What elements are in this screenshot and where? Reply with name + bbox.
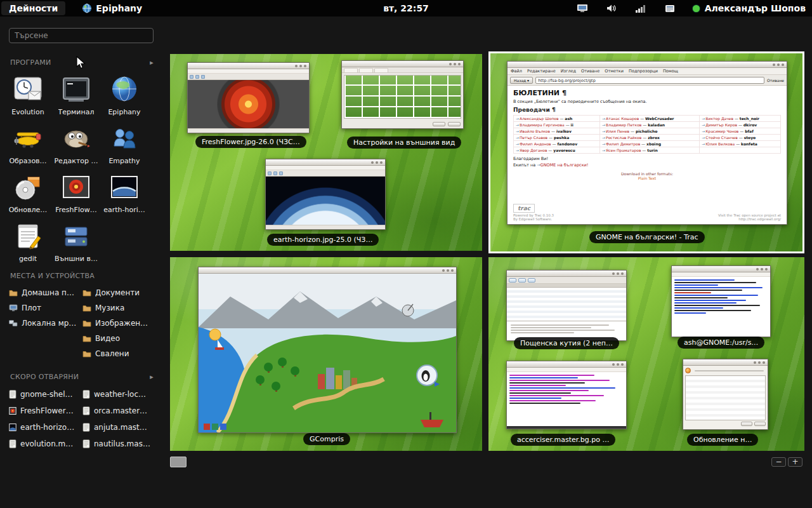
place-item-music[interactable]: Музика [82,300,156,316]
display-icon[interactable] [576,3,589,13]
search-input[interactable] [9,28,154,43]
network-signal-icon[interactable] [634,3,647,13]
document-icon [82,439,90,448]
workspace-1[interactable]: FreshFlower.jpg-26.0 (ЧЗС… Настройки на … [170,54,482,251]
window-label-earth: earth-horizon.jpg-25.0 (ЧЗ… [267,234,379,246]
gcompris-content [199,274,456,432]
app-label: Empathy [108,157,140,165]
recent-item-freshflower[interactable]: FreshFlower… [9,403,82,419]
folder-icon [82,304,91,312]
app-label: Редактор … [54,157,98,165]
desktop-icon [9,304,18,312]
volume-icon[interactable] [605,3,618,13]
activities-button[interactable]: Дейности [1,1,65,15]
gnome-shell-overview: { "top_bar": { "activities_label": "Дейн… [0,0,812,508]
window-mailbox[interactable] [506,270,627,341]
app-label: Външни в… [55,255,98,263]
app-menu[interactable]: Epiphany [82,3,142,13]
network-icon [9,319,18,327]
app-item-empathy[interactable]: Empathy [100,122,148,165]
app-item-gedit[interactable]: gedit [4,220,52,263]
window-trac-browser[interactable]: ФайлРедактиранеИзгледОтиванеОтметкиПодпр… [507,61,787,225]
gedit-icon [11,220,44,253]
terminal-text [672,277,770,337]
window-buttons-icon [621,363,624,366]
recent-item-gnome-shell[interactable]: gnome-shel… [9,386,82,403]
earth-content [266,166,385,229]
recent-label: weather-loc… [94,390,146,399]
window-titlebar [672,266,770,272]
team-line: Екипът на GNOME на български! [513,163,781,168]
folder-icon [82,289,91,297]
recent-item-anjuta[interactable]: anjuta.mast… [82,419,156,436]
window-titlebar [683,359,768,366]
remove-workspace-button[interactable]: − [771,457,786,467]
browser-menubar: ФайлРедактиранеИзгледОтиванеОтметкиПодпр… [508,68,787,75]
window-updates[interactable] [683,359,768,430]
po-editor-content [507,368,626,429]
app-item-updates[interactable]: Обновле… [4,171,52,214]
window-terminal[interactable] [671,265,771,337]
download-block: Download in other formats: Plain Text [513,171,781,180]
workspace-2-active[interactable]: ФайлРедактиранеИзгледОтиванеОтметкиПодпр… [488,51,804,253]
recent-item-weather[interactable]: weather-loc… [82,386,156,403]
document-icon [82,390,90,399]
app-item-terminal[interactable]: Терминал [52,73,100,116]
recent-item-nautilus[interactable]: nautilus.mas… [82,436,156,452]
app-menu-label: Epiphany [96,3,142,13]
app-item-earth[interactable]: earth-hori… [100,171,148,214]
recent-item-evolution[interactable]: evolution.m… [9,436,82,452]
window-freshflower[interactable] [187,62,310,133]
workspace-3[interactable]: GCompris [170,257,482,451]
window-appearance-settings[interactable] [341,60,464,129]
place-label: Плот [22,304,41,312]
app-item-evolution[interactable]: Evolution [4,73,52,116]
place-item-documents[interactable]: Документи [82,285,156,300]
place-item-pictures[interactable]: Изображен… [82,316,156,331]
app-item-gcompris[interactable]: Образов… [4,122,52,165]
user-menu[interactable]: Александър Шопов [693,3,808,13]
wallpaper-thumbnails-grid [344,75,461,119]
place-item-network[interactable]: Локална мр… [9,316,82,331]
recent-label: nautilus.mas… [94,439,150,448]
recent-label: orca.master… [94,406,147,415]
place-item-videos[interactable]: Видео [82,331,156,346]
window-gcompris[interactable] [198,267,457,433]
recent-expander-icon[interactable]: ▸ [150,373,154,381]
trac-page: БЮЛЕТИНИ ¶ В секция „Бюлетини“ са период… [508,86,787,224]
mail-content [507,277,626,340]
recent-item-earth-horizon[interactable]: earth-horizo… [9,419,82,436]
gcompris-plane-icon [11,122,44,155]
programs-expander-icon[interactable]: ▸ [150,58,154,67]
window-titlebar [507,271,626,277]
gcompris-scene [199,274,456,432]
place-item-home[interactable]: Домашна п… [9,285,82,300]
clock[interactable]: вт, 22:57 [383,3,429,13]
app-item-epiphany[interactable]: Epiphany [100,73,148,116]
app-item-freshflower[interactable]: FreshFlow… [52,171,100,214]
workspace-4[interactable]: Пощенска кутия (2 неп… ash@GNOME:/usr/s…… [488,257,804,451]
app-item-gimp[interactable]: Редактор … [52,122,100,165]
window-buttons-icon [451,269,454,272]
window-label-gcompris: GCompris [303,433,350,445]
recent-item-orca[interactable]: orca.master… [82,403,156,419]
window-earth-horizon[interactable] [265,159,386,230]
window-po-editor[interactable] [506,361,627,429]
folder-icon [82,319,91,327]
appearance-content [342,67,463,128]
app-item-drives[interactable]: Външни в… [52,220,100,263]
place-item-downloads[interactable]: Свалени [82,346,156,361]
window-buttons-icon [782,64,784,66]
keyboard-icon[interactable] [664,3,676,13]
places-header: МЕСТА И УСТРОЙСТВА [10,272,154,280]
user-name: Александър Шопов [705,3,806,13]
app-label: gedit [19,255,37,263]
app-label: Evolution [11,108,44,116]
place-label: Документи [95,288,140,297]
go-button: Отиване [767,78,784,83]
place-item-desktop[interactable]: Плот [9,300,82,316]
window-label-po-editor: accerciser.master.bg.po … [511,434,615,446]
workspace-indicator [170,457,187,467]
document-icon [82,406,90,415]
add-workspace-button[interactable]: + [788,457,802,467]
